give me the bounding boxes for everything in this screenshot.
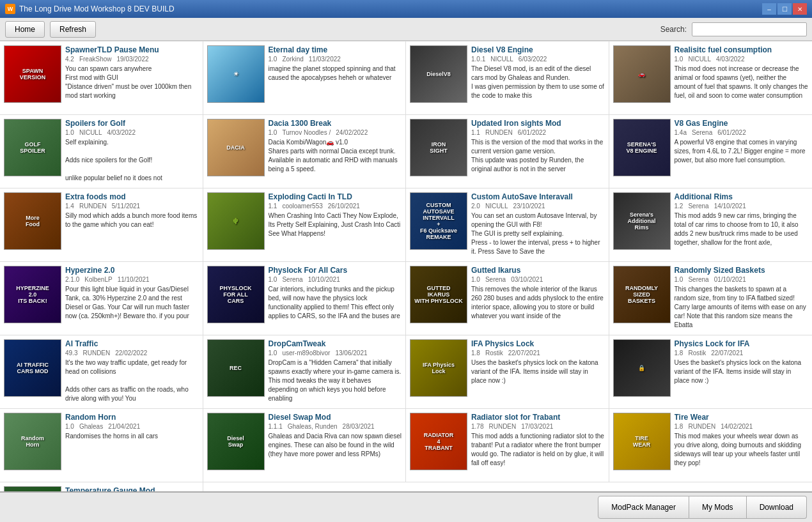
mod-meta-eternal: 1.0Zorkind11/03/2022 bbox=[269, 56, 402, 63]
mod-card-rims[interactable]: Serena's Additional RimsAdditional Rims1… bbox=[609, 188, 813, 262]
mod-title-hyperzine: Hyperzine 2.0 bbox=[65, 266, 199, 275]
mod-card-spawner[interactable]: SPAWN VERSIONSpawnerTLD Pause Menu4.2Fre… bbox=[0, 42, 203, 115]
mod-card-tempgauge[interactable]: Temperature Gauge ModTemperature Gauge M… bbox=[0, 482, 203, 491]
mod-thumbnail-dieselswap: Diesel Swap bbox=[207, 413, 265, 470]
mod-card-dropcam[interactable]: RECDropCamTweak1.0user-m89o8bivor13/06/2… bbox=[203, 335, 407, 409]
mod-title-extrafoods: Extra foods mod bbox=[65, 192, 199, 201]
mod-desc-aitraffic: It's the two way traffic update, get rea… bbox=[65, 358, 199, 403]
mod-list-container[interactable]: SPAWN VERSIONSpawnerTLD Pause Menu4.2Fre… bbox=[0, 41, 812, 491]
mod-title-tempgauge: Temperature Gauge Mod bbox=[65, 486, 199, 491]
mod-meta-tirewear: 1.8RUNDEN14/02/2021 bbox=[675, 423, 809, 430]
mod-title-spoilers: Spoilers for Golf bbox=[65, 119, 199, 128]
home-button[interactable]: Home bbox=[5, 21, 45, 38]
mod-desc-dieselswap: Ghaleas and Dacia Riva can now spawn die… bbox=[269, 432, 402, 459]
maximize-button[interactable]: ☐ bbox=[777, 3, 792, 15]
mod-title-physlock: Physlock For All Cars bbox=[269, 266, 402, 275]
mod-desc-dropcam: DropCam is a "Hidden Camera" that initia… bbox=[269, 358, 402, 403]
mod-card-gutted[interactable]: GUTTED IKARUS WITH PHYSLOCKGutted Ikarus… bbox=[406, 262, 609, 335]
mod-thumbnail-v8gas: SERENA'S V8 ENGINE bbox=[613, 119, 671, 176]
mod-title-diesel-v8: Diesel V8 Engine bbox=[471, 45, 605, 54]
mod-card-v8gas[interactable]: SERENA'S V8 ENGINEV8 Gas Engine1.4aSeren… bbox=[609, 115, 813, 188]
mod-meta-dropcam: 1.0user-m89o8bivor13/06/2021 bbox=[269, 349, 402, 357]
mod-thumbnail-spawner: SPAWN VERSION bbox=[4, 45, 61, 103]
mod-card-aitraffic[interactable]: AI TRAFFIC CARS MODAI Traffic49.3RUNDEN2… bbox=[0, 335, 203, 409]
mod-title-gutted: Gutted Ikarus bbox=[471, 266, 605, 275]
download-button[interactable]: Download bbox=[747, 496, 807, 519]
mod-title-physlockifa: Physics Lock for IFA bbox=[675, 339, 809, 348]
mod-card-ifaphysics[interactable]: IFA Physics LockIFA Physics Lock1.8Rosti… bbox=[406, 335, 609, 409]
search-input[interactable] bbox=[692, 22, 807, 36]
mod-card-hyperzine[interactable]: HYPERZINE 2.0 ITS BACK!Hyperzine 2.02.1.… bbox=[0, 262, 203, 335]
app-title: The Long Drive Mod Workshop 8 DEV BUILD bbox=[19, 4, 758, 13]
mod-thumbnail-baskets: RANDOMLY SIZED BASKETS bbox=[613, 266, 671, 323]
mod-desc-cacti: When Crashing Into Cacti They Now Explod… bbox=[269, 211, 402, 238]
mod-meta-realistic-fuel: 1.0NICULL4/03/2022 bbox=[675, 56, 809, 63]
mod-meta-hyperzine: 2.1.0KolbenLP11/10/2021 bbox=[65, 276, 199, 283]
mod-card-eternal[interactable]: ☀Eternal day time1.0Zorkind11/03/2022ima… bbox=[203, 42, 407, 115]
mod-card-randomhorn[interactable]: Random HornRandom Horn1.0Ghaleas21/04/20… bbox=[0, 409, 203, 482]
mod-card-diesel-v8[interactable]: DieselV8Diesel V8 Engine1.0.1NICULL6/03/… bbox=[406, 42, 609, 115]
mod-thumbnail-gutted: GUTTED IKARUS WITH PHYSLOCK bbox=[410, 266, 467, 323]
mod-title-baskets: Randomly Sized Baskets bbox=[675, 266, 809, 275]
toolbar: Home Refresh Search: bbox=[0, 18, 812, 41]
mod-thumbnail-radiator: RADIATOR 4 TRABANT bbox=[410, 413, 467, 470]
mod-info-spawner: SpawnerTLD Pause Menu4.2FreakShow19/03/2… bbox=[65, 45, 199, 111]
mod-meta-radiator: 1.78RUNDEN17/03/2021 bbox=[471, 423, 605, 430]
mod-meta-diesel-v8: 1.0.1NICULL6/03/2022 bbox=[471, 56, 605, 63]
mod-info-eternal: Eternal day time1.0Zorkind11/03/2022imag… bbox=[269, 45, 402, 111]
mod-meta-dacia-break: 1.0Turnov Noodles /24/02/2022 bbox=[269, 129, 402, 136]
search-label: Search: bbox=[660, 25, 687, 34]
mod-thumbnail-tempgauge: Temperature Gauge Mod bbox=[4, 486, 61, 491]
mod-title-eternal: Eternal day time bbox=[269, 45, 402, 54]
mod-card-cacti[interactable]: 🌵Exploding Cacti In TLD1.1cooloamer55326… bbox=[203, 188, 407, 262]
close-button[interactable]: ✕ bbox=[793, 3, 807, 15]
mod-desc-realistic-fuel: This mod does not increase or decrease t… bbox=[675, 65, 809, 100]
mod-card-dacia-break[interactable]: DACIADacia 1300 Break1.0Turnov Noodles /… bbox=[203, 115, 407, 188]
mod-thumbnail-aitraffic: AI TRAFFIC CARS MOD bbox=[4, 339, 61, 397]
mod-card-realistic-fuel[interactable]: 🚗Realisitc fuel consumption1.0NICULL4/03… bbox=[609, 42, 813, 115]
modpack-manager-button[interactable]: ModPack Manager bbox=[598, 496, 689, 519]
mod-meta-dieselswap: 1.1.1Ghaleas, Runden28/03/2021 bbox=[269, 423, 402, 430]
title-bar: W The Long Drive Mod Workshop 8 DEV BUIL… bbox=[0, 0, 812, 18]
mod-meta-physlock: 1.0Serena10/10/2021 bbox=[269, 276, 402, 283]
mod-desc-dacia-break: Dacia Kombi/Wagon🚗 v1.0 Shares parts wit… bbox=[269, 138, 402, 174]
my-mods-button[interactable]: My Mods bbox=[689, 496, 747, 519]
mod-card-tirewear[interactable]: TIRE WEARTire Wear1.8RUNDEN14/02/2021Thi… bbox=[609, 409, 813, 482]
mod-card-extrafoods[interactable]: More FoodExtra foods mod1.4RUNDEN5/11/20… bbox=[0, 188, 203, 262]
mod-card-baskets[interactable]: RANDOMLY SIZED BASKETSRandomly Sized Bas… bbox=[609, 262, 813, 335]
mod-card-autosave[interactable]: CUSTOM AUTOSAVE INTERVALL + F6 Quicksave… bbox=[406, 188, 609, 262]
mod-desc-v8gas: A powerful V8 engine that comes in varyi… bbox=[675, 138, 809, 165]
mod-card-ironsights[interactable]: IRON SIGHTUpdated Iron sights Mod1.1RUND… bbox=[406, 115, 609, 188]
mod-info-hyperzine: Hyperzine 2.02.1.0KolbenLP11/10/2021Pour… bbox=[65, 266, 199, 331]
mod-info-tempgauge: Temperature Gauge Mod1.1Ghaleas, Runden6… bbox=[65, 486, 199, 491]
mod-card-physlock[interactable]: PHYSLOCK FOR ALL CARSPhyslock For All Ca… bbox=[203, 262, 407, 335]
mod-meta-aitraffic: 49.3RUNDEN22/02/2022 bbox=[65, 349, 199, 357]
mod-info-randomhorn: Random Horn1.0Ghaleas21/04/2021Randomise… bbox=[65, 413, 199, 478]
mod-desc-tirewear: This mod makes your wheels wear down as … bbox=[675, 432, 809, 468]
mod-title-rims: Additional Rims bbox=[675, 192, 809, 201]
mod-thumbnail-spoilers: GOLF SPOILER bbox=[4, 119, 61, 176]
mod-info-baskets: Randomly Sized Baskets1.0Serena01/10/202… bbox=[675, 266, 809, 331]
mod-title-realistic-fuel: Realisitc fuel consumption bbox=[675, 45, 809, 54]
mod-card-spoilers[interactable]: GOLF SPOILERSpoilers for Golf1.0NICULL4/… bbox=[0, 115, 203, 188]
mod-info-dacia-break: Dacia 1300 Break1.0Turnov Noodles /24/02… bbox=[269, 119, 402, 184]
mod-meta-rims: 1.2Serena14/10/2021 bbox=[675, 203, 809, 210]
mod-desc-baskets: This changes the baskets to spawn at a r… bbox=[675, 285, 809, 330]
mod-meta-physlockifa: 1.8Rostik22/07/2021 bbox=[675, 349, 809, 357]
mod-thumbnail-dacia-break: DACIA bbox=[207, 119, 265, 176]
mod-desc-randomhorn: Randomises the horns in all cars bbox=[65, 432, 199, 441]
minimize-button[interactable]: – bbox=[762, 3, 776, 15]
refresh-button[interactable]: Refresh bbox=[50, 21, 96, 38]
mod-title-cacti: Exploding Cacti In TLD bbox=[269, 192, 402, 201]
mod-title-dacia-break: Dacia 1300 Break bbox=[269, 119, 402, 128]
mod-thumbnail-ifaphysics: IFA Physics Lock bbox=[410, 339, 467, 397]
mod-thumbnail-eternal: ☀ bbox=[207, 45, 265, 103]
mod-thumbnail-rims: Serena's Additional Rims bbox=[613, 192, 671, 250]
mod-meta-cacti: 1.1cooloamer55326/10/2021 bbox=[269, 203, 402, 210]
mod-card-physlockifa[interactable]: 🔒Physics Lock for IFA1.8Rostik22/07/2021… bbox=[609, 335, 813, 409]
mod-grid: SPAWN VERSIONSpawnerTLD Pause Menu4.2Fre… bbox=[0, 41, 812, 491]
mod-desc-physlockifa: Uses the basket's physics lock on the ka… bbox=[675, 358, 809, 385]
mod-desc-diesel-v8: The Diesel V8 mod, is an edit of the die… bbox=[471, 65, 605, 100]
mod-card-dieselswap[interactable]: Diesel SwapDiesel Swap Mod1.1.1Ghaleas, … bbox=[203, 409, 407, 482]
mod-card-radiator[interactable]: RADIATOR 4 TRABANTRadiator slot for Trab… bbox=[406, 409, 609, 482]
